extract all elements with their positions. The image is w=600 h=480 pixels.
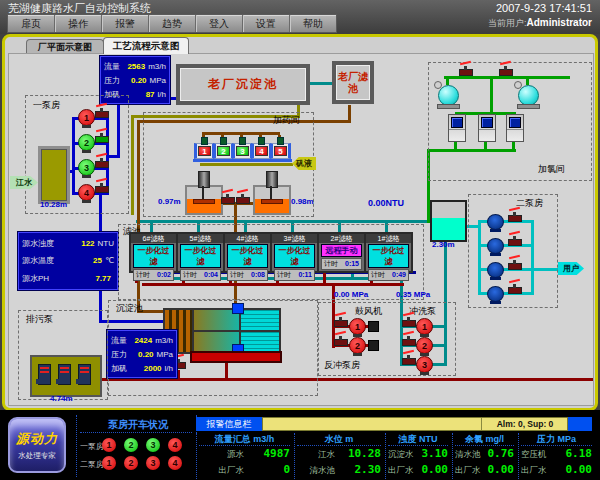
blower-1[interactable]: 1 (349, 318, 366, 335)
valve-icon[interactable] (95, 186, 109, 193)
dosing-pump-2[interactable]: 2 (213, 143, 234, 159)
filter-unit-1[interactable]: 1#滤格 一步化过滤 计时0:49 (364, 232, 413, 273)
pump-1[interactable]: 1 (78, 109, 95, 126)
tab-plant-plan[interactable]: 厂平面示意图 (26, 39, 104, 54)
scada-screen: 芜湖健康路水厂自动控制系统 扉页 操作 报警 趋势 登入 设置 帮助 2007-… (0, 0, 600, 480)
sewage-pump-icon[interactable] (78, 364, 91, 385)
status-lamp: 1 (102, 438, 116, 452)
intake-well[interactable] (38, 146, 70, 204)
clarified-zone (239, 310, 279, 352)
menu-item-home[interactable]: 扉页 (8, 15, 55, 32)
wash-pump-3[interactable]: 3 (416, 356, 433, 373)
chlorine-tank-icon[interactable] (518, 85, 539, 106)
valve-icon[interactable] (402, 339, 416, 346)
valve-icon[interactable] (402, 320, 416, 327)
pipe (348, 105, 351, 120)
delivery-pump-icon[interactable] (487, 262, 504, 278)
filter-timer: 计时0:49 (368, 269, 409, 281)
stat-header: 水位 m (297, 433, 381, 446)
filter-unit-4[interactable]: 4#滤格 一步化过滤 计时0:08 (223, 232, 272, 273)
clear-water-tank[interactable] (430, 200, 467, 242)
blower-number: 1 (355, 322, 360, 332)
dosing-pump-5[interactable]: 5 (270, 143, 291, 159)
pump-house-1-label: 一泵房 (33, 99, 60, 112)
source-water-info-box: 源水浊度122NTU 源水温度25℃ 源水PH7.77 (18, 232, 118, 290)
chlorinator-icon[interactable] (506, 114, 524, 142)
divider (76, 415, 77, 477)
valve-icon[interactable] (95, 111, 109, 118)
sewage-pump-icon[interactable] (38, 364, 51, 385)
tab-process-flow[interactable]: 工艺流程示意图 (103, 37, 189, 54)
pump-number: 2 (84, 138, 89, 148)
mixing-tank-2[interactable] (253, 185, 291, 215)
mixing-tank-2-level: 0.98m (291, 197, 314, 206)
delivery-pump-icon[interactable] (487, 214, 504, 230)
old-filter-tank[interactable]: 老厂滤池 (332, 61, 374, 104)
sewage-pump-label: 排污泵 (26, 313, 53, 326)
clear-water-level: 2.30m (432, 240, 455, 249)
menu-item-operate[interactable]: 操作 (55, 15, 102, 32)
delivery-pump-icon[interactable] (487, 286, 504, 302)
chlorinator-icon[interactable] (478, 114, 496, 142)
valve-icon[interactable] (334, 339, 348, 346)
valve-icon[interactable] (95, 161, 109, 168)
wash-pump-1[interactable]: 1 (416, 318, 433, 335)
filter-name: 6#滤格 (131, 234, 176, 243)
menu-item-trend[interactable]: 趋势 (149, 15, 196, 32)
stat-turbidity: 浊度 NTU 沉淀水3.10 出厂水0.00 (385, 433, 452, 479)
washpump-pressure: 0.35 MPa (396, 290, 430, 299)
valve-icon[interactable] (402, 358, 416, 365)
blower-2[interactable]: 2 (349, 337, 366, 354)
valve-icon[interactable] (508, 263, 522, 270)
filter-unit-6[interactable]: 6#滤格 一步化过滤 计时0:02 (129, 232, 178, 273)
valve-icon[interactable] (459, 69, 473, 76)
valve-icon[interactable] (508, 239, 522, 246)
filter-unit-5[interactable]: 5#滤格 一步化过滤 计时0:04 (176, 232, 225, 273)
valve-icon[interactable] (508, 215, 522, 222)
valve-icon[interactable] (508, 287, 522, 294)
filter-unit-3[interactable]: 3#滤格 一步化过滤 计时0:11 (270, 232, 319, 273)
stat-header: 余氯 mg/l (455, 433, 514, 446)
sedimentation-tank[interactable] (163, 308, 281, 354)
delivery-pump-icon[interactable] (487, 238, 504, 254)
valve-icon[interactable] (236, 197, 250, 204)
chlorine-room-label: 加氯间 (538, 163, 565, 176)
wash-pump-2[interactable]: 2 (416, 337, 433, 354)
menu-item-help[interactable]: 帮助 (290, 15, 336, 32)
old-sedimentation-tank[interactable]: 老厂沉淀池 (176, 64, 310, 105)
valve-icon[interactable] (95, 136, 109, 143)
filter-status: 一步化过滤 (227, 244, 268, 268)
alarm-counts: Alm: 0, Sup: 0 (481, 418, 568, 430)
alarm-message-bar[interactable]: Alm: 0, Sup: 0 (262, 417, 568, 431)
menu-item-login[interactable]: 登入 (196, 15, 243, 32)
sewage-pump-icon[interactable] (58, 364, 71, 385)
pump-4[interactable]: 4 (78, 184, 95, 201)
valve-icon[interactable] (499, 69, 513, 76)
pump-2[interactable]: 2 (78, 134, 95, 151)
menu-item-settings[interactable]: 设置 (243, 15, 290, 32)
chlorinator-icon[interactable] (448, 114, 466, 142)
menu-item-alarm[interactable]: 报警 (102, 15, 149, 32)
status-lamp: 3 (146, 438, 160, 452)
stat-pressure: 压力 MPa 空压机6.18 出厂水0.00 (518, 433, 596, 479)
filter-name: 1#滤格 (366, 234, 411, 243)
turbidity-row: 源水浊度122NTU (22, 238, 114, 249)
filter-name: 3#滤格 (272, 234, 317, 243)
valve-icon[interactable] (334, 320, 348, 327)
vendor-logo[interactable]: 源动力 水处理专家 (8, 417, 66, 473)
dosing-pump-4[interactable]: 4 (251, 143, 272, 159)
chlorine-tank-icon[interactable] (438, 85, 459, 106)
dosing-pump-1[interactable]: 1 (194, 143, 215, 159)
pump-house-2-row-label: 二泵房 (80, 459, 104, 470)
alarm-bar-label: 报警信息栏 (196, 417, 262, 431)
dosing-pump-3[interactable]: 3 (232, 143, 253, 159)
gate-valve-icon[interactable] (232, 303, 244, 314)
filter-unit-2[interactable]: 2#滤格 远程手动 计时0:15 (317, 232, 366, 273)
pump-3[interactable]: 3 (78, 159, 95, 176)
flow-row: 流量2424m3/h (111, 335, 173, 346)
washpump-number: 2 (422, 341, 427, 351)
valve-icon[interactable] (221, 197, 235, 204)
pipe (131, 115, 134, 215)
mixing-tank-1[interactable] (185, 185, 223, 215)
filter-status: 一步化过滤 (180, 244, 221, 268)
